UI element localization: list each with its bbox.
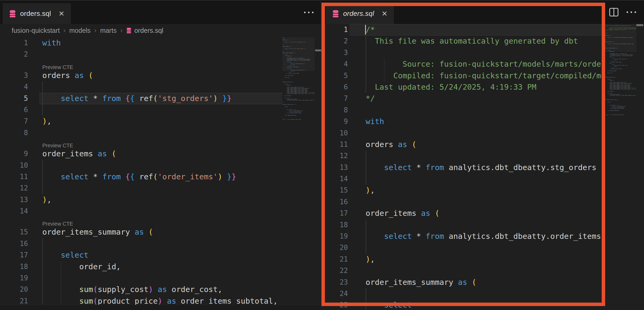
tab-label: orders.sql [343,10,374,18]
code-line[interactable]: 9with [321,116,605,127]
line-number: 14 [321,173,348,185]
code-line[interactable]: 1/* [321,24,605,35]
minimap-viewport[interactable] [605,24,636,52]
code-line[interactable]: 5 select * from {{ ref('stg_orders') }} [0,93,282,104]
code-editor-left[interactable]: 1with2Preview CTE3orders as (45 select *… [0,37,282,310]
code-line[interactable]: 16 [0,238,282,249]
code-line[interactable]: 12 [321,150,605,162]
minimap-viewport[interactable] [282,37,315,71]
tab-bar-left: orders.sql ✕ [0,1,320,24]
code-line-text: orders as ( [42,70,93,81]
code-line[interactable]: 16 [321,196,605,208]
code-line[interactable]: 13), [0,194,282,206]
code-line[interactable]: 17 select [0,249,282,261]
code-line-text: */ [366,93,375,104]
code-line[interactable]: 2 [0,49,282,60]
code-line[interactable]: 11orders as ( [321,139,605,150]
line-number: 20 [321,242,348,253]
code-line[interactable]: 24 [321,288,605,299]
code-line-text: order_items as ( [366,208,439,219]
code-line[interactable]: 4 Source: fusion-quickstart/models/marts… [321,58,605,70]
code-line[interactable]: 17order_items as ( [321,208,605,219]
code-line-text: This file was automatically generated by… [366,35,578,47]
codelens-row: Preview CTE [0,60,282,70]
line-number: 22 [321,265,348,276]
indent-guide [42,104,43,116]
code-line[interactable]: 11 select * from {{ ref('order_items') }… [0,171,282,183]
breadcrumb-item-project[interactable]: fusion-quickstart [12,27,60,34]
code-line[interactable]: 22 [321,265,605,276]
breadcrumb-item-file[interactable]: orders.sql [126,27,163,34]
code-line[interactable]: 10 [321,127,605,139]
minimap-left[interactable]: with orders as ( select * from {{ ref('s… [282,37,315,305]
code-line[interactable]: 9order_items as ( [0,148,282,159]
breadcrumb-item-marts[interactable]: marts [100,27,117,34]
breadcrumb-item-models[interactable]: models [69,27,91,34]
more-actions-icon[interactable] [627,11,636,13]
code-line[interactable]: 14 [321,173,605,185]
code-line[interactable]: 19 [0,272,282,284]
tab-orders-sql-left[interactable]: orders.sql ✕ [3,3,71,24]
line-number: 15 [0,226,28,238]
code-line-text: with [366,116,384,127]
code-line[interactable]: 15order_items_summary as ( [0,226,282,238]
line-number: 11 [0,171,28,183]
code-line[interactable]: 12 [0,183,282,194]
tab-orders-sql-preview[interactable]: orders.sql ✕ [326,3,394,24]
line-number: 25 [321,299,348,310]
code-line[interactable]: 20 sum(supply_cost) as order_cost, [0,284,282,295]
code-line[interactable]: 6 [0,104,282,116]
code-line[interactable]: 5 Compiled: fusion-quickstart/target/com… [321,70,605,81]
line-number: 1 [0,37,28,49]
code-line[interactable]: 4 [0,81,282,93]
close-icon[interactable]: ✕ [381,10,388,18]
code-line-text: /* [366,24,375,35]
code-line[interactable]: 18 order_id, [0,261,282,272]
code-line-text: ), [366,254,375,265]
horizontal-scrollbar-track[interactable] [0,305,320,310]
line-number: 23 [321,277,348,288]
code-line[interactable]: 21), [321,254,605,265]
editor-group-left: orders.sql ✕ fusion-quickstart › models … [0,1,320,310]
line-number: 21 [321,254,348,265]
code-line[interactable]: 3orders as ( [0,70,282,81]
code-line[interactable]: 18 [321,219,605,231]
code-line-text: orders as ( [366,139,416,150]
scrollbar-marker-right[interactable] [636,24,643,26]
line-number: 2 [0,49,28,60]
code-line[interactable]: 7), [0,116,282,127]
code-line-text: order_items_summary as ( [42,226,153,238]
code-line[interactable]: 7*/ [321,93,605,104]
code-line[interactable]: 10 [0,160,282,171]
code-line[interactable]: 19 select * from analytics.dbt_dbeatty.o… [321,231,605,242]
code-line[interactable]: 3 [321,47,605,58]
code-line[interactable]: 2 This file was automatically generated … [321,35,605,47]
code-line[interactable]: 15), [321,185,605,196]
split-editor-icon[interactable] [609,7,619,17]
code-line[interactable]: 6 Last updated: 5/24/2025, 4:19:33 PM [321,81,605,93]
code-line[interactable]: 23order_items_summary as ( [321,277,605,288]
line-number: 17 [0,249,28,261]
line-number: 12 [0,183,28,194]
close-icon[interactable]: ✕ [58,10,65,18]
minimap-right[interactable]: /* This file was automatically generated… [605,24,636,305]
code-line[interactable]: 1with [0,37,282,49]
line-number: 4 [321,58,348,70]
line-number: 3 [0,70,28,81]
code-editor-right[interactable]: 1/*2 This file was automatically generat… [321,24,605,310]
line-number: 3 [321,47,348,58]
more-actions-icon[interactable] [304,12,314,13]
line-number: 8 [321,104,348,116]
line-number: 7 [321,93,348,104]
code-line[interactable]: 13 select * from analytics.dbt_dbeatty.s… [321,162,605,173]
code-line-text: order_id, [42,261,121,272]
code-line-text: select * from {{ ref('stg_orders') }} [42,93,232,104]
code-line[interactable]: 8 [321,104,605,116]
code-line[interactable]: 20 [321,242,605,253]
indent-guide [366,242,366,253]
code-line[interactable]: 25 select [321,299,605,310]
indent-guide [366,47,366,58]
code-line[interactable]: 8 [0,127,282,139]
code-line[interactable]: 14 [0,206,282,217]
code-line-text: select [42,249,89,261]
